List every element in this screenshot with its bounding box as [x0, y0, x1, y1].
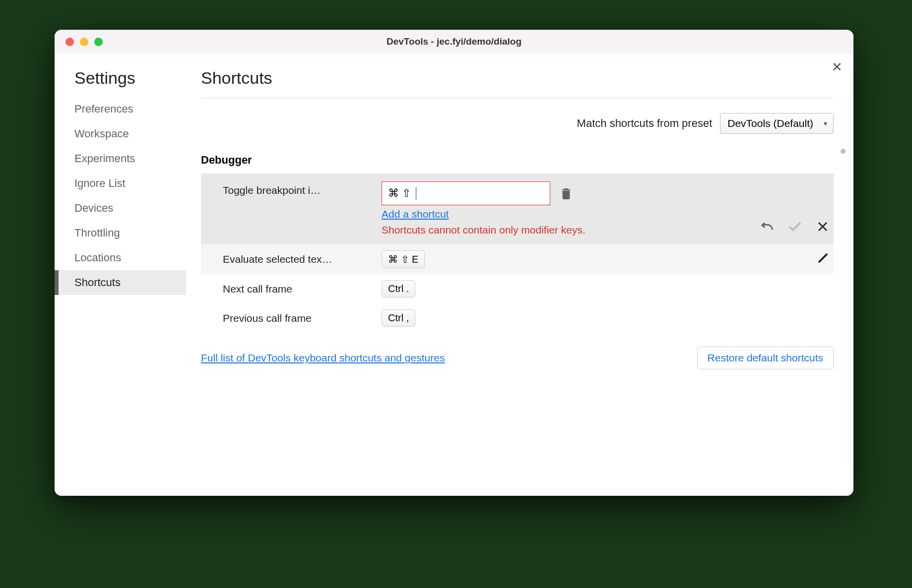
shortcut-input[interactable]: ⌘ ⇧ — [382, 181, 550, 205]
text-caret — [416, 187, 416, 200]
restore-defaults-button[interactable]: Restore default shortcuts — [697, 347, 834, 369]
main-content: Shortcuts Match shortcuts from preset De… — [186, 54, 853, 496]
shortcut-error-message: Shortcuts cannot contain only modifier k… — [382, 223, 610, 236]
shortcut-keys: Ctrl , — [382, 309, 415, 327]
scrollbar-thumb[interactable] — [841, 149, 846, 154]
shortcuts-list: Debugger Toggle breakpoint i… ⌘ ⇧ — [201, 148, 834, 333]
section-header-debugger: Debugger — [201, 148, 834, 174]
shortcut-row-editing: Toggle breakpoint i… ⌘ ⇧ Add a shortcut — [201, 174, 834, 244]
add-shortcut-link[interactable]: Add a shortcut — [382, 208, 760, 220]
shortcut-row: Evaluate selected tex… ⌘ ⇧ E — [201, 244, 834, 274]
shortcut-label: Evaluate selected tex… — [223, 250, 382, 265]
devtools-window: DevTools - jec.fyi/demo/dialog ✕ Setting… — [55, 30, 853, 496]
sidebar-item-workspace[interactable]: Workspace — [55, 121, 186, 146]
settings-panel: ✕ Settings Preferences Workspace Experim… — [55, 54, 853, 496]
edit-actions — [760, 220, 834, 236]
sidebar-item-devices[interactable]: Devices — [55, 196, 186, 221]
trash-icon[interactable] — [559, 186, 573, 200]
traffic-lights — [65, 38, 103, 46]
full-list-link[interactable]: Full list of DevTools keyboard shortcuts… — [201, 352, 445, 364]
check-icon — [788, 220, 802, 234]
shortcut-row: Next call frame Ctrl . — [201, 274, 834, 303]
sidebar-item-ignore-list[interactable]: Ignore List — [55, 171, 186, 196]
sidebar: Settings Preferences Workspace Experimen… — [55, 54, 186, 496]
sidebar-item-experiments[interactable]: Experiments — [55, 146, 186, 171]
preset-select-value: DevTools (Default) — [727, 118, 813, 129]
sidebar-item-throttling[interactable]: Throttling — [55, 221, 186, 245]
shortcut-label: Previous call frame — [223, 309, 382, 324]
undo-icon[interactable] — [760, 220, 774, 234]
sidebar-item-shortcuts[interactable]: Shortcuts — [55, 270, 186, 295]
cancel-icon[interactable] — [816, 220, 830, 234]
window-close-button[interactable] — [65, 38, 74, 46]
page-title: Shortcuts — [201, 68, 834, 98]
window-title: DevTools - jec.fyi/demo/dialog — [55, 36, 853, 47]
preset-row: Match shortcuts from preset DevTools (De… — [201, 98, 834, 148]
shortcut-input-keys: ⌘ ⇧ — [388, 187, 411, 200]
sidebar-item-locations[interactable]: Locations — [55, 245, 186, 270]
window-maximize-button[interactable] — [94, 38, 103, 46]
shortcut-label: Next call frame — [223, 280, 382, 295]
preset-select[interactable]: DevTools (Default) — [720, 113, 834, 134]
shortcut-row: Previous call frame Ctrl , — [201, 303, 834, 333]
preset-label: Match shortcuts from preset — [577, 117, 713, 130]
footer: Full list of DevTools keyboard shortcuts… — [201, 333, 834, 374]
shortcut-keys: Ctrl . — [382, 280, 415, 297]
titlebar: DevTools - jec.fyi/demo/dialog — [55, 30, 853, 54]
pencil-icon[interactable] — [816, 251, 830, 265]
sidebar-item-preferences[interactable]: Preferences — [55, 97, 186, 121]
window-minimize-button[interactable] — [80, 38, 88, 46]
sidebar-title: Settings — [55, 68, 186, 97]
shortcut-label: Toggle breakpoint i… — [223, 181, 382, 196]
shortcut-keys: ⌘ ⇧ E — [382, 250, 425, 268]
shortcut-edit-area: ⌘ ⇧ Add a shortcut Shortcuts cannot cont… — [382, 181, 760, 236]
